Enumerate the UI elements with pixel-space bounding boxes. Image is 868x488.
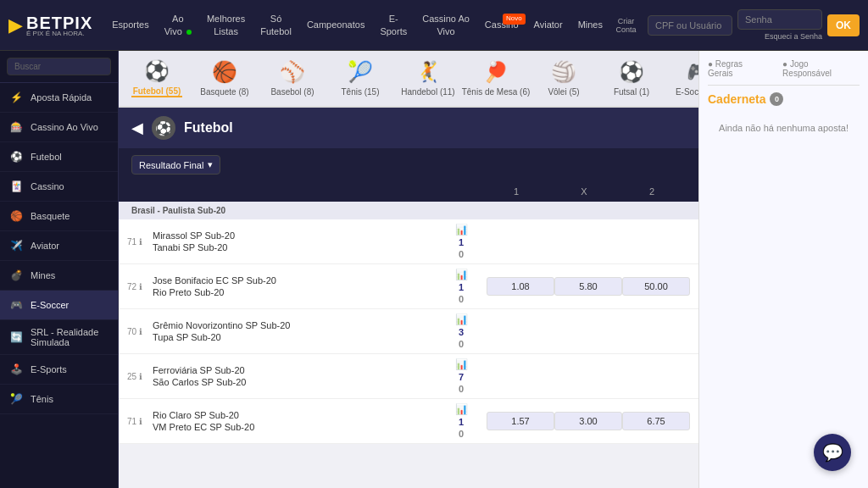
match-teams: Ferroviária SP Sub-20 São Carlos SP Sub-… (153, 365, 436, 387)
sidebar-icon: 🏀 (8, 208, 24, 224)
ok-button[interactable]: OK (827, 14, 860, 36)
col-headers: 1 X 2 (119, 181, 698, 202)
match-teams: Jose Bonifacio EC SP Sub-20 Rio Preto Su… (153, 275, 436, 297)
score2: 0 (459, 384, 464, 394)
odds2-btn[interactable]: 50.00 (622, 277, 690, 296)
nav-so-futebol[interactable]: SóFutebol (253, 8, 298, 42)
stats-icon[interactable]: 📊 (455, 269, 468, 280)
sidebar-item-cassino[interactable]: 🃏 Cassino (0, 172, 118, 202)
sidebar-item-label: Basquete (31, 211, 70, 221)
nav-ao-vivo[interactable]: AoVivo (158, 8, 198, 42)
odds2-btn[interactable]: 6.75 (622, 412, 690, 430)
sport-tab-icon: 🤾 (415, 60, 441, 84)
stats-icon[interactable]: 📊 (455, 224, 468, 236)
cpf-input[interactable] (648, 15, 732, 36)
sidebar-item-label: E-Soccer (31, 300, 69, 310)
nav-cassino[interactable]: CassinoNovo (478, 14, 526, 36)
logo-sub: É PIX É NA HORA. (26, 30, 92, 37)
chat-button[interactable]: 💬 (814, 434, 851, 471)
senha-input[interactable] (737, 9, 822, 30)
sidebar-item-label: SRL - Realidade Simulada (31, 327, 109, 347)
nav-e-sports[interactable]: E-Sports (373, 8, 414, 42)
sport-tab-label: Vôlei (5) (548, 87, 579, 97)
filter-select[interactable]: Resultado Final ▾ (131, 155, 220, 175)
nav-aviator[interactable]: Aviator (527, 14, 570, 36)
sidebar-item-cassino-ao-vivo[interactable]: 🎰 Cassino Ao Vivo (0, 113, 118, 142)
odds1-btn (487, 373, 554, 380)
sidebar-item-srl---realidade-simulada[interactable]: 🔄 SRL - Realidade Simulada (0, 320, 118, 355)
stats-icon[interactable]: 📊 (455, 403, 468, 415)
sport-tab-futebol[interactable]: ⚽ Futebol (55) (131, 59, 182, 97)
sport-tab-icon: 🏐 (551, 60, 576, 84)
sidebar-item-label: Aviator (31, 241, 59, 251)
odds1-btn (487, 328, 554, 335)
sport-tab-tênis[interactable]: 🎾 Tênis (15) (335, 60, 386, 97)
score2: 0 (459, 429, 464, 439)
team1-name: Ferroviária SP Sub-20 (153, 365, 436, 375)
filter-bar: Resultado Final ▾ (119, 148, 698, 181)
header-links: Criar Conta (609, 17, 643, 34)
sport-tab-handebol[interactable]: 🤾 Handebol (11) (403, 60, 453, 97)
sidebar: ⚡ Aposta Rápida 🎰 Cassino Ao Vivo ⚽ Fute… (0, 51, 119, 488)
search-input[interactable] (7, 58, 111, 75)
odds2-btn (622, 373, 690, 380)
sidebar-icon: ✈️ (8, 238, 24, 253)
sport-tab-futsal[interactable]: ⚽ Futsal (1) (606, 60, 657, 97)
nav-esportes[interactable]: Esportes (105, 14, 155, 36)
cassino-badge: Novo (503, 14, 526, 24)
sidebar-icon: 🎾 (8, 391, 24, 407)
table-row: 70 ℹ Grêmio Novorizontino SP Sub-20 Tupa… (119, 309, 698, 354)
sport-tab-e-soccer[interactable]: 🎮 E-Soccer (2) (674, 60, 698, 97)
sport-tab-basquete[interactable]: 🏀 Basquete (8) (199, 60, 250, 97)
match-rows: 71 ℹ Mirassol SP Sub-20 Tanabi SP Sub-20… (119, 219, 698, 444)
odds1-btn[interactable]: 1.57 (487, 412, 554, 430)
team1-name: Jose Bonifacio EC SP Sub-20 (153, 275, 436, 286)
sidebar-item-tênis[interactable]: 🎾 Tênis (0, 385, 118, 414)
team1-name: Rio Claro SP Sub-20 (153, 410, 436, 420)
nav-cassino-ao-vivo[interactable]: Cassino AoVivo (415, 8, 476, 42)
main-layout: ⚡ Aposta Rápida 🎰 Cassino Ao Vivo ⚽ Fute… (0, 51, 868, 488)
criar-conta-link[interactable]: Criar Conta (609, 17, 643, 34)
sidebar-item-e-soccer[interactable]: 🎮 E-Soccer (0, 291, 118, 320)
sidebar-item-mines[interactable]: 💣 Mines (0, 261, 118, 291)
regras-gerais-link[interactable]: ● Regras Gerais (708, 59, 770, 78)
odds1-btn[interactable]: 1.08 (487, 277, 554, 296)
sidebar-icon: ⚡ (8, 90, 24, 105)
nav-mines[interactable]: Mines (571, 14, 609, 36)
sidebar-item-aviator[interactable]: ✈️ Aviator (0, 231, 118, 261)
stats-icon[interactable]: 📊 (455, 358, 468, 370)
oddsx-btn[interactable]: 3.00 (554, 412, 622, 430)
jogo-responsavel-link[interactable]: ● Jogo Responsável (782, 59, 860, 78)
sport-tab-icon: 🎮 (687, 60, 698, 84)
team2-name: Rio Preto Sub-20 (153, 287, 436, 297)
stats-icon[interactable]: 📊 (455, 313, 468, 325)
sport-tab-basebol[interactable]: ⚾ Basebol (8) (267, 60, 318, 97)
col-teams (131, 186, 482, 197)
sidebar-item-basquete[interactable]: 🏀 Basquete (0, 202, 118, 231)
sidebar-item-futebol[interactable]: ⚽ Futebol (0, 142, 118, 172)
esqueci-senha-link[interactable]: Esqueci a Senha (765, 32, 822, 41)
header: ▶ BETPIX É PIX É NA HORA. Esportes AoViv… (0, 0, 868, 51)
table-row: 71 ℹ Rio Claro SP Sub-20 VM Preto EC SP … (119, 399, 698, 444)
team2-name: Tanabi SP Sub-20 (153, 242, 436, 252)
score1: 1 (459, 282, 464, 292)
sport-tab-tênis[interactable]: 🏓 Tênis de Mesa (6) (470, 60, 521, 97)
score2: 0 (459, 339, 464, 349)
oddsx-btn (554, 238, 622, 245)
sidebar-icon: 💣 (8, 268, 24, 283)
nav-melhores-listas[interactable]: MelhoresListas (200, 8, 252, 42)
live-dot-icon (186, 30, 192, 35)
score-col: 1 0 (459, 417, 464, 439)
col-x-header: X (550, 186, 618, 197)
sport-tab-vôlei[interactable]: 🏐 Vôlei (5) (538, 60, 589, 97)
stats-col: 📊 3 0 (436, 313, 487, 349)
score2: 0 (459, 249, 464, 259)
table-row: 72 ℹ Jose Bonifacio EC SP Sub-20 Rio Pre… (119, 264, 698, 309)
sidebar-item-e-sports[interactable]: 🕹️ E-Sports (0, 355, 118, 385)
oddsx-btn[interactable]: 5.80 (554, 277, 622, 296)
sport-tab-icon: 🏀 (212, 60, 237, 84)
odds2-btn (622, 238, 690, 245)
logo[interactable]: ▶ BETPIX É PIX É NA HORA. (8, 14, 92, 37)
nav-campeonatos[interactable]: Campeonatos (300, 14, 372, 36)
sidebar-item-aposta-rápida[interactable]: ⚡ Aposta Rápida (0, 83, 118, 113)
